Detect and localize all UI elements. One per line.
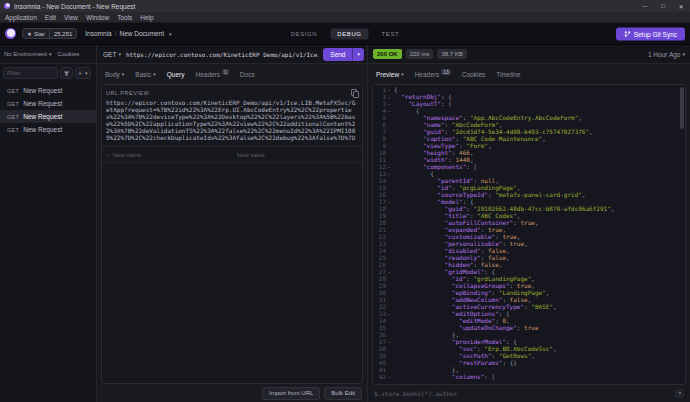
import-from-url-button[interactable]: Import from URL [262,387,320,400]
line-gutter: 42- [373,373,392,380]
tab-response-headers[interactable]: Headers 13 [415,71,451,78]
breadcrumb[interactable]: Insomnia / New Document ▾ [85,30,171,37]
setup-git-sync-button[interactable]: Setup Git Sync [616,27,685,40]
response-filter-input[interactable] [374,390,671,397]
breadcrumb-document[interactable]: New Document [120,30,164,37]
environment-label: No Environment [4,51,47,57]
query-pane: URL PREVIEW https://epicor.contoso.com/K… [101,84,363,384]
code-line-text: }, [392,366,459,373]
send-button[interactable]: Send ▾ [323,48,364,61]
line-gutter: 22 [373,233,392,240]
chevron-down-icon: ▾ [682,51,685,57]
url-input[interactable]: https://epicor.contoso.com/KineticERP_De… [126,51,319,58]
url-bar: GET ▾ https://epicor.contoso.com/Kinetic… [97,45,368,63]
request-method-label: GET [7,114,19,120]
code-line-text: "parentId": null, [392,177,499,184]
tab-test[interactable]: TEST [375,28,407,39]
tab-docs[interactable]: Docs [240,71,255,78]
code-line-text: "editMode": 0, [392,317,510,324]
code-line-text: "restParams": {} [392,359,517,366]
environment-selector[interactable]: No Environment ▾ [4,51,52,57]
funnel-icon [63,70,70,77]
method-selector[interactable]: GET ▾ [103,51,121,58]
request-list-item[interactable]: GETNew Request [0,84,96,97]
breadcrumb-separator: / [115,30,117,37]
code-line-text: "expanded": true, [392,226,506,233]
tab-query[interactable]: Query [167,71,185,78]
sidebar-filter-input[interactable] [3,67,58,79]
param-value-input[interactable] [237,152,358,158]
filter-help-icon[interactable]: ? [675,389,684,398]
code-line-text: { [392,86,398,93]
code-line-text: "personalizable": true, [392,240,528,247]
request-list-item[interactable]: GETNew Request [0,97,96,110]
line-gutter: 5 [373,114,392,121]
chevron-down-icon: ▾ [85,70,88,76]
github-star-button[interactable]: ★ Star 25,251 [22,28,77,39]
maximize-icon[interactable]: □ [654,0,672,12]
param-name-input[interactable] [113,152,234,158]
line-gutter: 39 [373,352,392,359]
line-gutter: 23 [373,240,392,247]
tab-request-headers[interactable]: Headers 1 [195,71,228,78]
menu-view[interactable]: View [64,14,78,21]
main-content: + ▾ GETNew RequestGETNew RequestGETNew R… [0,64,690,402]
chevron-down-icon: ▾ [169,31,172,37]
sidebar-sort-button[interactable] [60,67,73,79]
url-preview-text: https://epicor.contoso.com/KineticERP_De… [106,99,358,141]
param-toggle-icon[interactable]: ○ [106,152,110,158]
line-gutter: 8 [373,135,392,142]
response-tabs: Preview ▾ Headers 13 Cookies Timeline [368,64,690,84]
line-gutter: 31 [373,296,392,303]
menu-window[interactable]: Window [86,14,109,21]
chevron-down-icon: ▾ [122,71,125,77]
line-gutter: 32 [373,303,392,310]
method-label: GET [103,51,116,58]
tab-cookies[interactable]: Cookies [462,71,485,78]
request-list-item[interactable]: GETNew Request [0,110,96,123]
code-line-text: "id": "pcgLandingPage", [392,184,520,191]
code-line-text: "svc": "Erp.BO.AbcCodeSvc", [392,345,557,352]
tab-debug[interactable]: DEBUG [330,28,368,39]
tab-design[interactable]: DESIGN [284,28,325,39]
tab-body[interactable]: Body ▾ [105,71,124,78]
send-options-chevron-icon[interactable]: ▾ [352,48,364,60]
menu-application[interactable]: Application [5,14,37,21]
code-line-text: "gridModel": { [392,268,495,275]
code-line-text: "model": { [392,198,474,205]
plus-icon: + [78,70,82,77]
code-line-text: "epBinding": "LandingPage", [392,289,549,296]
copy-icon[interactable] [351,89,358,97]
bulk-edit-button[interactable]: Bulk Edit [324,387,362,400]
url-preview-section: URL PREVIEW https://epicor.contoso.com/K… [102,85,362,147]
scrollbar[interactable] [680,87,684,129]
request-list: GETNew RequestGETNew RequestGETNew Reque… [0,84,96,136]
tab-auth-basic[interactable]: Basic ▾ [135,71,155,78]
cookies-button[interactable]: Cookies [58,51,80,57]
insomnia-home-logo-icon[interactable] [5,28,16,39]
line-gutter: 40 [373,359,392,366]
request-list-item[interactable]: GETNew Request [0,123,96,136]
tab-preview[interactable]: Preview ▾ [376,71,404,78]
line-gutter: 13- [373,170,392,177]
menu-tools[interactable]: Tools [117,14,132,21]
star-icon: ★ [27,31,32,37]
menu-help[interactable]: Help [140,14,153,21]
minimize-icon[interactable]: ─ [636,0,654,12]
line-gutter: 6 [373,121,392,128]
create-request-button[interactable]: + ▾ [75,67,91,79]
line-gutter: 9 [373,142,392,149]
response-panel: Preview ▾ Headers 13 Cookies Timeline 1-… [368,64,690,402]
response-meta: 200 OK 220 ms 38.7 KB 1 Hour Ago ▾ [368,45,690,63]
code-line-text: "updateOnChange": true [392,324,539,331]
breadcrumb-workspace[interactable]: Insomnia [85,30,111,37]
menu-edit[interactable]: Edit [45,14,56,21]
line-gutter: 11 [373,156,392,163]
response-body-viewer[interactable]: 1-{2- "returnObj": {3- "LayoutT": [4- {5… [372,84,686,385]
git-branch-icon [624,30,631,37]
response-history-dropdown[interactable]: 1 Hour Ago ▾ [648,51,685,58]
close-icon[interactable]: ✕ [672,0,690,12]
tab-timeline[interactable]: Timeline [496,71,520,78]
line-gutter: 38 [373,345,392,352]
code-line-text: "guid": "2dcd1d74-5e34-4d98-b493-c757470… [392,128,593,135]
